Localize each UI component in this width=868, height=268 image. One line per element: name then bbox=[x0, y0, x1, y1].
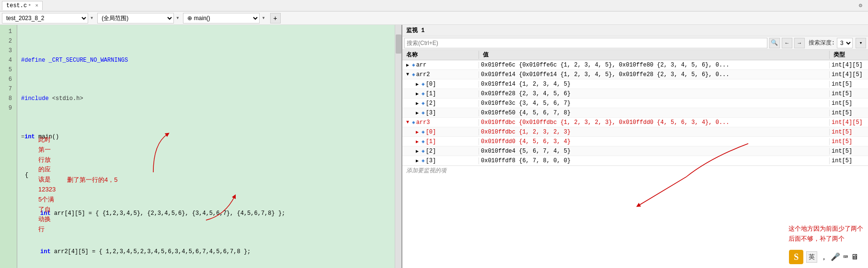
code-panel: 1 2 3 4 5 6 7 8 9 #define _CRT_SECURE_NO… bbox=[0, 25, 402, 268]
line4-text: { bbox=[21, 170, 28, 180]
add-watch-label: 添加要监视的项 bbox=[406, 167, 446, 175]
arr3-1-value-cell: 0x010ffdd0 {4, 5, 6, 3, 4} bbox=[479, 138, 830, 145]
arr2-2-name-cell: ▶ ◈ [2] bbox=[402, 100, 479, 107]
arr2-2-value-cell: 0x010ffe3c {3, 4, 5, 6, 7} bbox=[479, 100, 830, 107]
watch-row-arr3-1[interactable]: ▶ ◈ [1] 0x010ffdd0 {4, 5, 6, 3, 4} int[5… bbox=[402, 137, 868, 146]
arr2-0-expand-btn[interactable]: ▶ bbox=[414, 81, 421, 88]
arr2-1-name-cell: ▶ ◈ [1] bbox=[402, 90, 479, 97]
watch-row-arr[interactable]: ▶ ◈ arr 0x010ffe6c {0x010ffe6c {1, 2, 3,… bbox=[402, 60, 868, 70]
file-tab[interactable]: test.c • × bbox=[2, 1, 43, 10]
watch-row-arr3[interactable]: ▼ ◈ arr3 0x010ffdbc {0x010ffdbc {1, 2, 3… bbox=[402, 118, 868, 127]
arr2-3-type-cell: int[5] bbox=[830, 110, 868, 116]
arr2-3-expand-btn[interactable]: ▶ bbox=[414, 110, 421, 116]
monitor-icon[interactable]: 🖥 bbox=[851, 253, 858, 262]
arr3-1-expand-btn[interactable]: ▶ bbox=[414, 138, 421, 145]
arr3-3-expand-btn[interactable]: ▶ bbox=[414, 157, 421, 164]
arr-expand-btn[interactable]: ▶ bbox=[404, 62, 411, 68]
arr3-0-icon: ◈ bbox=[422, 129, 425, 135]
arr3-0-expand-btn[interactable]: ▶ bbox=[414, 129, 421, 135]
arr3-3-icon: ◈ bbox=[422, 157, 425, 164]
arr2-label: arr2 bbox=[416, 71, 430, 78]
arr3-2-value-cell: 0x010ffde4 {5, 6, 7, 4, 5} bbox=[479, 148, 830, 155]
arr3-0-label: [0] bbox=[426, 129, 436, 135]
lang-label[interactable]: 英 bbox=[806, 251, 817, 263]
line-num-7: 7 bbox=[0, 84, 14, 94]
watch-body[interactable]: ▶ ◈ arr 0x010ffe6c {0x010ffe6c {1, 2, 3,… bbox=[402, 60, 868, 268]
function-select[interactable]: ⊕ main() bbox=[183, 13, 260, 23]
arr3-0-name-cell: ▶ ◈ [0] bbox=[402, 129, 479, 135]
watch-row-arr2-3[interactable]: ▶ ◈ [3] 0x010ffe50 {4, 5, 6, 7, 8} int[5… bbox=[402, 108, 868, 118]
search-button[interactable]: 🔍 bbox=[769, 38, 780, 48]
s-logo-icon: S bbox=[789, 250, 803, 264]
code-line-1: #define _CRT_SECURE_NO_WARNINGS bbox=[21, 56, 391, 65]
arr2-0-icon: ◈ bbox=[422, 81, 425, 87]
arr2-1-icon: ◈ bbox=[422, 90, 425, 97]
arr2-expand-btn[interactable]: ▼ bbox=[404, 71, 411, 78]
arr3-2-expand-btn[interactable]: ▶ bbox=[414, 148, 421, 155]
arr2-3-name-cell: ▶ ◈ [3] bbox=[402, 110, 479, 116]
line-numbers: 1 2 3 4 5 6 7 8 9 bbox=[0, 25, 17, 268]
add-watch-btn[interactable]: + bbox=[270, 13, 281, 23]
line-num-6: 6 bbox=[0, 75, 14, 84]
watch-headers: 名称 值 类型 bbox=[402, 50, 868, 60]
line-num-4: 4 bbox=[0, 56, 14, 65]
arr3-2-name-cell: ▶ ◈ [2] bbox=[402, 148, 479, 155]
nav-back-btn[interactable]: ← bbox=[782, 38, 792, 48]
arr3-expand-btn[interactable]: ▼ bbox=[404, 119, 411, 126]
tab-close-btn[interactable]: × bbox=[35, 3, 38, 9]
arr3-value-cell: 0x010ffdbc {0x010ffdbc {1, 2, 3, 2, 3}, … bbox=[479, 119, 830, 126]
gear-icon[interactable]: ⚙ bbox=[859, 2, 866, 9]
code-editor[interactable]: #define _CRT_SECURE_NO_WARNINGS #include… bbox=[17, 25, 395, 268]
arr3-2-icon: ◈ bbox=[422, 148, 425, 154]
arr3-1-icon: ◈ bbox=[422, 138, 425, 145]
arr3-0-type-cell: int[5] bbox=[830, 129, 868, 135]
nav-forward-btn[interactable]: → bbox=[794, 38, 805, 48]
project-select[interactable]: test_2023_8_2 bbox=[2, 13, 88, 23]
add-watch-row[interactable]: 添加要监视的项 bbox=[402, 166, 868, 175]
depth-select[interactable]: 3 1 2 4 5 bbox=[837, 38, 853, 48]
mic-icon[interactable]: 🎤 bbox=[831, 252, 840, 262]
col-type-header: 类型 bbox=[830, 51, 868, 59]
line6-text: int arr2[4][5] = { 1,2,3,4,5,2,3,4,5,6,3… bbox=[21, 247, 251, 257]
arr3-type-cell: int[4][5] bbox=[830, 119, 868, 126]
scope-select[interactable]: (全局范围) bbox=[97, 13, 174, 23]
arr2-0-name-cell: ▶ ◈ [0] bbox=[402, 81, 479, 88]
arr3-3-label: [3] bbox=[426, 157, 436, 164]
arr2-0-value-cell: 0x010ffe14 {1, 2, 3, 4, 5} bbox=[479, 81, 830, 88]
function-dropdown-arrow: ▾ bbox=[260, 14, 267, 22]
search-input[interactable] bbox=[404, 38, 767, 48]
arr2-2-expand-btn[interactable]: ▶ bbox=[414, 100, 421, 107]
arr2-1-expand-btn[interactable]: ▶ bbox=[414, 90, 421, 97]
arr-icon: ◈ bbox=[412, 62, 415, 68]
depth-dropdown-btn[interactable]: ▾ bbox=[856, 38, 866, 48]
arr3-2-type-cell: int[5] bbox=[830, 148, 868, 155]
arr3-2-label: [2] bbox=[426, 148, 436, 155]
title-bar: test.c • × ⚙ bbox=[0, 0, 868, 11]
line2-text: #include bbox=[21, 94, 52, 103]
watch-row-arr2-2[interactable]: ▶ ◈ [2] 0x010ffe3c {3, 4, 5, 6, 7} int[5… bbox=[402, 99, 868, 108]
watch-row-arr2-0[interactable]: ▶ ◈ [0] 0x010ffe14 {1, 2, 3, 4, 5} int[5… bbox=[402, 79, 868, 89]
arr3-label: arr3 bbox=[416, 119, 430, 126]
keyboard-icon[interactable]: ⌨ bbox=[843, 252, 848, 262]
main-area: 1 2 3 4 5 6 7 8 9 #define _CRT_SECURE_NO… bbox=[0, 25, 868, 268]
arr2-icon: ◈ bbox=[412, 71, 415, 78]
watch-row-arr3-2[interactable]: ▶ ◈ [2] 0x010ffde4 {5, 6, 7, 4, 5} int[5… bbox=[402, 146, 868, 156]
arr2-1-value-cell: 0x010ffe28 {2, 3, 4, 5, 6} bbox=[479, 90, 830, 97]
watch-row-arr3-3[interactable]: ▶ ◈ [3] 0x010ffdf8 {6, 7, 8, 0, 0} int[5… bbox=[402, 156, 868, 166]
watch-panel: 监视 1 🔍 ← → 搜索深度: 3 1 2 4 5 ▾ 名称 值 类型 bbox=[402, 25, 868, 268]
watch-row-arr3-0[interactable]: ▶ ◈ [0] 0x010ffdbc {1, 2, 3, 2, 3} int[5… bbox=[402, 127, 868, 137]
arr2-1-label: [1] bbox=[426, 90, 436, 97]
arr2-3-label: [3] bbox=[426, 110, 436, 116]
arr-type-cell: int[4][5] bbox=[830, 62, 868, 68]
scrollbar-thumb bbox=[396, 34, 401, 54]
watch-row-arr2[interactable]: ▼ ◈ arr2 0x010ffe14 {0x010ffe14 {1, 2, 3… bbox=[402, 70, 868, 79]
line5-text: int arr[4][5] = { {1,2,3,4,5}, {2,3,4,5,… bbox=[21, 209, 285, 218]
file-tab-name: test.c bbox=[6, 2, 27, 9]
line-num-9: 9 bbox=[0, 103, 14, 113]
arr3-1-type-cell: int[5] bbox=[830, 138, 868, 145]
depth-label: 搜索深度: bbox=[809, 39, 835, 47]
col-name-header: 名称 bbox=[402, 51, 479, 59]
code-scrollbar[interactable] bbox=[395, 25, 401, 268]
line2-bracket: <stdio.h> bbox=[52, 94, 83, 103]
watch-row-arr2-1[interactable]: ▶ ◈ [1] 0x010ffe28 {2, 3, 4, 5, 6} int[5… bbox=[402, 89, 868, 99]
